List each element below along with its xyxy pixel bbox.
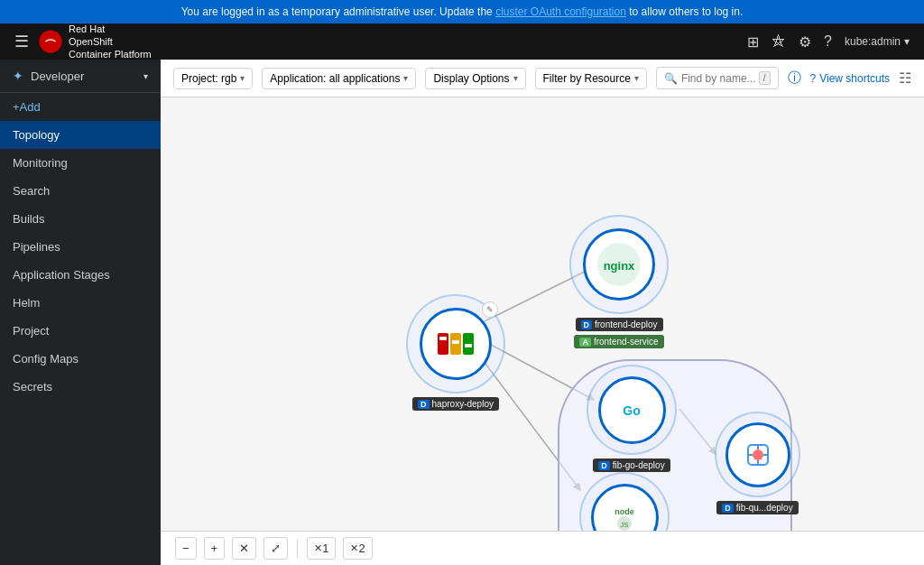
settings-icon[interactable]: ⚙ (799, 33, 811, 51)
cluster2-icon: ✕ (350, 542, 358, 554)
cluster1-label: 1 (322, 542, 328, 555)
frontend-deploy-name: frontend-deploy (595, 320, 658, 329)
fib-go-name: fib-go-deploy (613, 460, 665, 470)
project-caret: ▾ (240, 73, 245, 83)
svg-text:JS: JS (620, 521, 628, 529)
topnav-right: ⊞ ⛤ ⚙ ? kube:admin ▾ (747, 33, 910, 51)
fib-node-deploy-node[interactable]: node JS D fib-node-deploy A fib-service (579, 472, 670, 531)
view-shortcuts-button[interactable]: ? View shortcuts (810, 72, 891, 85)
svg-text:node: node (614, 507, 634, 516)
cluster2-label: 2 (358, 542, 365, 555)
redhat-logo: Red Hat OpenShift Container Platform (38, 23, 152, 61)
sidebar-item-label: Config Maps (13, 352, 79, 366)
svg-text:Go: Go (623, 403, 640, 418)
sidebar-item-project[interactable]: Project (0, 317, 161, 345)
edit-icon: ✎ (482, 301, 498, 318)
list-view-icon[interactable]: ☷ (899, 69, 911, 87)
sidebar-item-label: Search (13, 184, 50, 198)
sidebar-item-label: Monitoring (13, 156, 68, 170)
sidebar-item-topology[interactable]: Topology (0, 121, 161, 149)
zoom-out-button[interactable]: − (175, 537, 197, 560)
bottom-toolbar: − + ✕ ⤢ ✕ 1 ✕ 2 (161, 531, 924, 565)
add-button[interactable]: +Add (0, 93, 161, 121)
perspective-switcher[interactable]: ✦ Developer ▾ (0, 60, 161, 93)
svg-rect-12 (452, 340, 459, 344)
fib-node-circle: node JS (591, 484, 659, 532)
user-caret: ▾ (904, 35, 910, 48)
fib-go-circle: Go (598, 376, 666, 444)
haproxy-deploy-label: D haproxy-deploy (412, 397, 499, 411)
sidebar-item-helm[interactable]: Helm (0, 289, 161, 317)
current-perspective: ✦ Developer (13, 69, 84, 83)
frontend-service-name: frontend-service (594, 337, 659, 347)
nodejs-logo: node JS (602, 495, 647, 531)
frontend-deploy-circle: nginx (583, 228, 655, 301)
search-input[interactable] (681, 72, 759, 85)
sidebar-item-label: Topology (13, 128, 60, 142)
fib-qu-deploy-node[interactable]: D fib-qu...deploy (715, 412, 800, 514)
haproxy-logo (432, 320, 479, 367)
cluster2-button[interactable]: ✕ 2 (343, 537, 372, 560)
question-icon: ? (810, 72, 817, 85)
fib-qu-name: fib-qu...deploy (736, 503, 793, 513)
filter-caret: ▾ (634, 73, 639, 83)
zoom-in-button[interactable]: + (204, 537, 226, 560)
perspective-label: Developer (31, 69, 84, 83)
fib-node-outer: node JS (579, 472, 670, 531)
sidebar-item-application-stages[interactable]: Application Stages (0, 261, 161, 289)
frontend-deploy-outer: nginx (569, 215, 669, 314)
fib-qu-circle (725, 422, 790, 487)
topnav-left: ☰ Red Hat OpenShift Container Platform (14, 23, 736, 61)
banner-text: You are logged in as a temporary adminis… (181, 5, 495, 18)
svg-rect-8 (438, 333, 448, 355)
cluster1-button[interactable]: ✕ 1 (307, 537, 336, 560)
fit-view-button[interactable]: ⤢ (263, 537, 288, 560)
fib-go-label: D fib-go-deploy (593, 458, 670, 472)
content-area: Project: rgb ▾ Application: all applicat… (161, 60, 924, 565)
topology-canvas[interactable]: nginx D frontend-deploy A frontend-servi… (161, 97, 924, 531)
hamburger-menu[interactable]: ☰ (14, 32, 29, 51)
keyboard-shortcut-hint: / (759, 71, 771, 85)
admin-banner: You are logged in as a temporary adminis… (0, 0, 924, 23)
fib-qu-label: D fib-qu...deploy (716, 501, 798, 514)
display-caret: ▾ (513, 73, 518, 83)
user-menu[interactable]: kube:admin ▾ (845, 35, 910, 48)
fib-qu-type: D (722, 504, 734, 513)
project-label: Project: rgb (181, 72, 236, 85)
sidebar: ✦ Developer ▾ +Add Topology Monitoring S… (0, 60, 161, 565)
sidebar-item-monitoring[interactable]: Monitoring (0, 149, 161, 177)
search-box[interactable]: 🔍 / (656, 67, 779, 89)
sidebar-item-pipelines[interactable]: Pipelines (0, 233, 161, 261)
fib-go-type: D (598, 461, 610, 470)
application-caret: ▾ (403, 73, 408, 83)
frontend-deploy-node[interactable]: nginx D frontend-deploy A frontend-servi… (569, 215, 669, 348)
reset-view-button[interactable]: ✕ (232, 537, 256, 560)
view-shortcuts-label: View shortcuts (819, 72, 890, 85)
display-options-button[interactable]: Display Options ▾ (425, 68, 525, 89)
banner-text-after: to allow others to log in. (626, 5, 743, 18)
redhat-icon (38, 29, 63, 54)
sidebar-item-config-maps[interactable]: Config Maps (0, 345, 161, 373)
filter-label: Filter by Resource (543, 72, 631, 85)
haproxy-deploy-node[interactable]: ✎ D haproxy-deploy (406, 294, 505, 411)
oauth-config-link[interactable]: cluster OAuth configuration (495, 5, 626, 18)
project-selector[interactable]: Project: rgb ▾ (173, 68, 253, 89)
application-selector[interactable]: Application: all applications ▾ (262, 68, 416, 89)
sidebar-item-label: Pipelines (13, 240, 60, 254)
top-navigation: ☰ Red Hat OpenShift Container Platform ⊞… (0, 23, 924, 60)
sidebar-item-search[interactable]: Search (0, 177, 161, 205)
info-icon[interactable]: ⓘ (788, 69, 801, 87)
help-icon[interactable]: ? (824, 33, 832, 50)
sidebar-item-label: Application Stages (13, 268, 110, 282)
sidebar-item-builds[interactable]: Builds (0, 205, 161, 233)
bell-icon[interactable]: ⛤ (772, 33, 786, 50)
filter-by-resource-button[interactable]: Filter by Resource ▾ (535, 68, 647, 89)
frontend-service-badge: A frontend-service (574, 335, 663, 348)
sidebar-item-secrets[interactable]: Secrets (0, 373, 161, 401)
fib-go-deploy-node[interactable]: Go D fib-go-deploy (587, 365, 677, 472)
toolbar-separator (297, 540, 298, 558)
grid-icon[interactable]: ⊞ (747, 33, 759, 51)
nginx-logo: nginx (596, 242, 642, 287)
haproxy-name: haproxy-deploy (432, 399, 494, 409)
main-layout: ✦ Developer ▾ +Add Topology Monitoring S… (0, 60, 924, 565)
